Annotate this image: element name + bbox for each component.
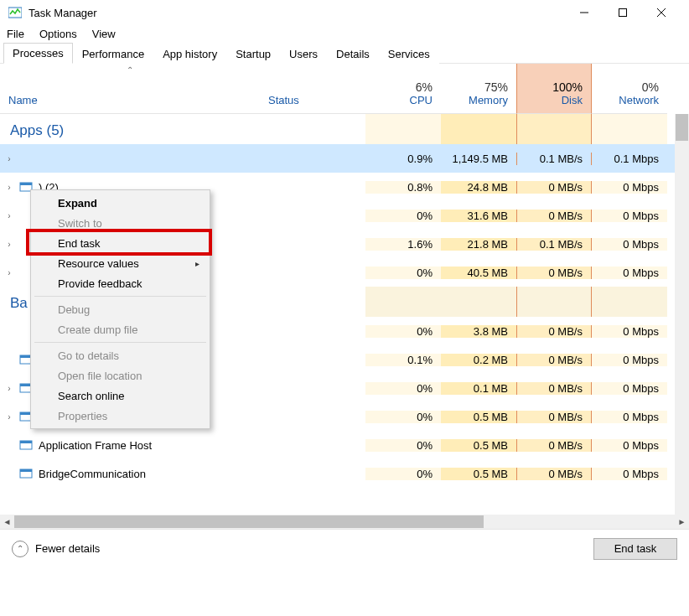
- process-row[interactable]: BridgeCommunication0%0.5 MB0 MB/s0 Mbps: [0, 459, 689, 488]
- process-cpu: 0%: [365, 382, 441, 395]
- submenu-caret-icon: ▸: [195, 259, 199, 268]
- ctx-search-online-label: Search online: [58, 390, 125, 402]
- maximize-button[interactable]: [604, 0, 642, 25]
- ctx-properties-label: Properties: [58, 410, 107, 422]
- minimize-button[interactable]: [565, 0, 604, 25]
- tab-details[interactable]: Details: [327, 44, 379, 64]
- column-header-name-label: Name: [8, 94, 251, 106]
- expand-chevron-icon[interactable]: ›: [5, 268, 13, 277]
- process-mem: 21.8 MB: [441, 238, 516, 251]
- process-mem: 24.8 MB: [441, 181, 516, 194]
- fewer-details-button[interactable]: ⌃ Fewer details: [12, 541, 593, 557]
- vertical-scrollbar-thumb[interactable]: [676, 114, 688, 141]
- column-header-disk[interactable]: 100% Disk: [516, 64, 592, 114]
- tab-processes[interactable]: Processes: [3, 43, 73, 64]
- process-mem: 0.2 MB: [441, 354, 516, 366]
- network-percent: 0%: [600, 80, 659, 94]
- scroll-right-icon[interactable]: ►: [675, 515, 689, 529]
- process-disk: 0.1 MB/s: [516, 238, 592, 251]
- ctx-resource-values-label: Resource values: [58, 257, 139, 270]
- sort-caret-icon: ⌃: [127, 65, 133, 75]
- expand-chevron-icon[interactable]: ›: [5, 211, 13, 220]
- process-mem: 0.5 MB: [441, 411, 516, 423]
- group-background-title[interactable]: Ba: [0, 287, 28, 317]
- svg-rect-2: [619, 9, 627, 17]
- ctx-switch-to: Switch to: [33, 213, 208, 233]
- tab-app-history[interactable]: App history: [153, 44, 226, 64]
- tab-bar: Processes Performance App history Startu…: [0, 42, 689, 64]
- horizontal-scrollbar[interactable]: ◄ ►: [0, 515, 689, 529]
- vertical-scrollbar[interactable]: [675, 114, 689, 515]
- process-cpu: 0.9%: [365, 153, 441, 165]
- process-cpu: 0%: [365, 411, 441, 423]
- svg-rect-16: [20, 469, 32, 472]
- scroll-left-icon[interactable]: ◄: [0, 515, 14, 529]
- ctx-debug-label: Debug: [58, 303, 90, 316]
- column-headers: ⌃ Name Status 6% CPU 75% Memory 100% Dis…: [0, 64, 689, 114]
- ctx-separator-1: [34, 296, 206, 297]
- expand-chevron-icon[interactable]: ›: [5, 384, 13, 393]
- tab-startup[interactable]: Startup: [226, 44, 280, 64]
- horizontal-scrollbar-thumb[interactable]: [14, 515, 484, 528]
- column-header-network[interactable]: 0% Network: [592, 64, 667, 114]
- column-header-status[interactable]: Status: [260, 64, 365, 114]
- ctx-expand[interactable]: Expand: [33, 193, 208, 213]
- window-title: Task Manager: [28, 7, 565, 19]
- tab-users[interactable]: Users: [280, 44, 327, 64]
- process-cpu: 0.1%: [365, 354, 441, 366]
- process-net: 0 Mbps: [592, 382, 667, 395]
- svg-rect-6: [20, 183, 32, 185]
- network-label: Network: [600, 94, 659, 106]
- svg-rect-14: [20, 441, 32, 443]
- process-disk: 0 MB/s: [516, 382, 592, 395]
- expand-chevron-icon[interactable]: ›: [5, 412, 13, 422]
- menu-options[interactable]: Options: [38, 28, 79, 40]
- process-disk: 0 MB/s: [516, 181, 592, 194]
- ctx-provide-feedback-label: Provide feedback: [58, 277, 142, 290]
- ctx-search-online[interactable]: Search online: [33, 386, 208, 406]
- process-row[interactable]: Application Frame Host0%0.5 MB0 MB/s0 Mb…: [0, 431, 689, 459]
- process-row[interactable]: ›0.9%1,149.5 MB0.1 MB/s0.1 Mbps: [0, 144, 689, 173]
- expand-chevron-icon[interactable]: ›: [5, 183, 13, 192]
- ctx-go-to-details: Go to details: [33, 345, 208, 365]
- ctx-create-dump: Create dump file: [33, 319, 208, 339]
- horizontal-scrollbar-track[interactable]: [14, 515, 675, 529]
- tab-performance[interactable]: Performance: [73, 44, 153, 64]
- titlebar: Task Manager: [0, 0, 689, 25]
- disk-label: Disk: [526, 94, 583, 106]
- column-header-name[interactable]: ⌃ Name: [0, 64, 260, 114]
- process-disk: 0 MB/s: [516, 354, 592, 366]
- cpu-label: CPU: [374, 94, 433, 106]
- menu-view[interactable]: View: [91, 28, 117, 40]
- ctx-end-task[interactable]: End task: [33, 233, 208, 253]
- ctx-switch-to-label: Switch to: [58, 217, 102, 230]
- expand-chevron-icon[interactable]: ›: [5, 154, 13, 163]
- group-apps-title[interactable]: Apps (5): [0, 114, 64, 144]
- process-mem: 0.5 MB: [441, 439, 516, 452]
- process-net: 0 Mbps: [592, 325, 667, 338]
- process-name: Application Frame Host: [39, 439, 152, 452]
- process-net: 0.1 Mbps: [592, 153, 667, 165]
- process-icon: [18, 437, 34, 453]
- process-cpu: 0%: [365, 267, 441, 279]
- column-header-memory[interactable]: 75% Memory: [441, 64, 516, 114]
- process-icon: [18, 466, 34, 481]
- memory-label: Memory: [449, 94, 508, 106]
- close-button[interactable]: [642, 0, 681, 25]
- cpu-percent: 6%: [374, 80, 433, 94]
- process-cpu: 0.8%: [365, 181, 441, 194]
- process-net: 0 Mbps: [592, 411, 667, 423]
- process-cpu: 0%: [365, 439, 441, 452]
- expand-chevron-icon[interactable]: ›: [5, 240, 13, 249]
- end-task-button[interactable]: End task: [593, 538, 677, 560]
- menu-file[interactable]: File: [5, 28, 26, 40]
- ctx-resource-values[interactable]: Resource values▸: [33, 253, 208, 273]
- tab-services[interactable]: Services: [379, 44, 439, 64]
- ctx-go-to-details-label: Go to details: [58, 349, 119, 362]
- process-net: 0 Mbps: [592, 267, 667, 279]
- ctx-separator-2: [34, 342, 206, 343]
- process-disk: 0 MB/s: [516, 325, 592, 338]
- ctx-provide-feedback[interactable]: Provide feedback: [33, 273, 208, 293]
- process-cpu: 0%: [365, 468, 441, 480]
- column-header-cpu[interactable]: 6% CPU: [365, 64, 441, 114]
